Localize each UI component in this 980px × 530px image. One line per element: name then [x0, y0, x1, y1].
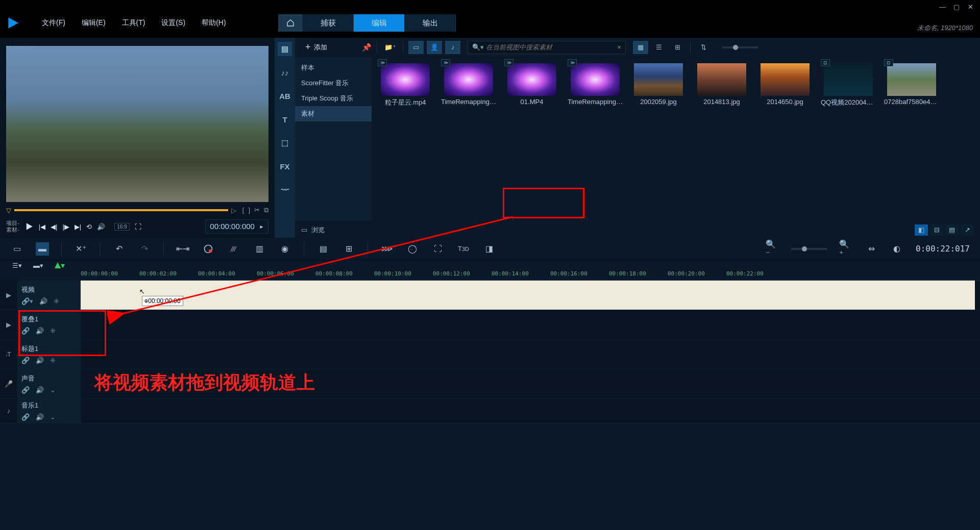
library-item[interactable]: ≫TimeRemapping.vsp: [441, 63, 496, 107]
mute-icon[interactable]: 🔊: [36, 386, 44, 394]
library-item[interactable]: ≫TimeRemapping0...: [568, 63, 623, 107]
media-tab-icon[interactable]: ▤: [278, 42, 292, 56]
tab-output[interactable]: 输出: [405, 14, 456, 32]
mute-icon[interactable]: 🔊: [36, 413, 44, 421]
library-item[interactable]: 2014650.jpg: [757, 63, 813, 107]
go-end-icon[interactable]: ▶|: [75, 223, 81, 231]
title-track[interactable]: ᵢT 标题1 🔗 🔊 ⁜: [0, 340, 980, 369]
link-icon[interactable]: 🔗: [21, 357, 30, 364]
link-icon[interactable]: 🔗: [21, 413, 30, 421]
trim-icon[interactable]: ⇤⇥: [176, 242, 189, 256]
filter-audio-icon[interactable]: ♪: [445, 41, 460, 54]
project-duration-icon[interactable]: ◐: [890, 242, 903, 256]
storyboard-view-icon[interactable]: ▭: [10, 242, 23, 256]
preview-mode-label[interactable]: 项目- 素材-: [6, 220, 19, 233]
clear-search-icon[interactable]: ×: [617, 43, 621, 51]
record-icon[interactable]: [202, 242, 215, 256]
preview-viewport[interactable]: [6, 46, 268, 202]
go-start-icon[interactable]: |◀: [39, 223, 45, 231]
search-input[interactable]: [486, 43, 617, 51]
path-tab-icon[interactable]: 〰: [278, 183, 292, 197]
preview-timecode[interactable]: 00:00:00:000 ▸: [205, 219, 268, 234]
pin-icon[interactable]: 📌: [362, 43, 372, 52]
add-media-button[interactable]: + 添加 📌: [300, 40, 372, 55]
volume-icon[interactable]: 🔊: [97, 223, 105, 231]
link-icon[interactable]: 🔗: [21, 386, 30, 394]
tree-scorefitter[interactable]: ScoreFitter 音乐: [295, 75, 372, 91]
timeline-ruler[interactable]: 00:00:00:0000:00:02:0000:00:04:0000:00:0…: [81, 270, 980, 281]
zoom-out-icon[interactable]: 🔍⁻: [766, 242, 779, 256]
video-track[interactable]: ▶ 视频 🔗▾ 🔊 ⁜ ⊕00:00:00:00 ↖: [0, 281, 980, 310]
mute-icon[interactable]: 🔊: [36, 327, 44, 335]
aspect-ratio-button[interactable]: 16:9: [114, 223, 129, 231]
audio-tab-icon[interactable]: ♪♪: [278, 65, 292, 80]
mixer-icon[interactable]: ⫻: [227, 242, 240, 256]
expand-icon[interactable]: ⌄: [50, 386, 56, 394]
library-grid[interactable]: ≫粒子星云.mp4≫TimeRemapping.vsp≫01.MP4≫TimeR…: [372, 57, 980, 221]
library-item[interactable]: ⊡QQ视频20200419...: [821, 63, 876, 107]
view-thumbnail-icon[interactable]: ▦: [633, 41, 648, 54]
fx-tab-icon[interactable]: FX: [278, 159, 292, 173]
library-item[interactable]: ≫01.MP4: [504, 63, 559, 107]
fullscreen-icon[interactable]: ⛶: [135, 223, 141, 231]
import-folder-icon[interactable]: 📁⁺: [382, 41, 398, 54]
view-grid-icon[interactable]: ⊞: [670, 41, 685, 54]
fx-toggle-icon[interactable]: ⁜: [50, 327, 56, 335]
voice-track[interactable]: 🎤 声音 🔗 🔊 ⌄: [0, 369, 980, 399]
expand-icon[interactable]: ⌄: [50, 413, 56, 421]
thumb-size-slider[interactable]: [722, 46, 758, 48]
mark-out-icon[interactable]: ]: [248, 206, 250, 214]
overlay-tab-icon[interactable]: ⬚: [278, 136, 292, 150]
sort-icon[interactable]: ⇅: [696, 41, 711, 54]
link-icon[interactable]: 🔗▾: [21, 297, 33, 305]
library-item[interactable]: 2002059.jpg: [631, 63, 686, 107]
fx-toggle-icon[interactable]: ⁜: [54, 297, 59, 305]
motion-tracking-icon[interactable]: ⋙: [380, 242, 394, 256]
multi-trim-icon[interactable]: ◉: [278, 242, 291, 256]
close-icon[interactable]: ✕: [968, 3, 976, 11]
video-clip[interactable]: [81, 281, 975, 310]
mark-in-icon[interactable]: [: [242, 206, 244, 214]
menu-file[interactable]: 文件(F): [34, 18, 74, 28]
fx-toggle-icon[interactable]: ⁜: [50, 357, 56, 364]
tree-triplescoop[interactable]: Triple Scoop 音乐: [295, 91, 372, 106]
track-options-icon[interactable]: ☰▾: [10, 259, 23, 272]
panel-popout-icon[interactable]: ↗: [961, 224, 974, 236]
tree-assets[interactable]: 素材: [295, 106, 372, 121]
menu-edit[interactable]: 编辑(E): [74, 18, 114, 28]
timeline-view-icon[interactable]: ▬: [36, 242, 49, 256]
tab-home[interactable]: [278, 14, 303, 32]
tab-capture[interactable]: 捕获: [303, 14, 354, 32]
mute-icon[interactable]: 🔊: [36, 357, 44, 364]
tools-icon[interactable]: ✕⁺: [74, 242, 87, 256]
preview-scrubber[interactable]: ▽ ▷ [ ] ✂ ⧉: [6, 205, 268, 215]
tab-edit[interactable]: 编辑: [354, 14, 405, 32]
tree-sample[interactable]: 样本: [295, 60, 372, 75]
marker-icon[interactable]: ▾: [53, 259, 66, 272]
timeline-zoom-slider[interactable]: [791, 248, 827, 250]
prev-frame-icon[interactable]: ◀|: [51, 223, 57, 231]
audio-options-icon[interactable]: ▥: [253, 242, 266, 256]
split-screen-icon[interactable]: ◨: [482, 242, 496, 256]
chapter-icon[interactable]: ⊞: [342, 242, 355, 256]
link-icon[interactable]: 🔗: [21, 327, 30, 335]
panel-layout-3-icon[interactable]: ▤: [945, 224, 959, 236]
browse-icon[interactable]: ▭: [301, 226, 307, 234]
view-list-icon[interactable]: ☰: [651, 41, 667, 54]
panel-layout-1-icon[interactable]: ◧: [915, 224, 928, 236]
mute-icon[interactable]: 🔊: [39, 297, 47, 305]
library-search[interactable]: 🔍▾ ×: [468, 41, 626, 54]
title-tab-icon[interactable]: T: [278, 112, 292, 127]
fit-project-icon[interactable]: ⇔: [865, 242, 878, 256]
play-button[interactable]: [24, 222, 34, 231]
panel-layout-2-icon[interactable]: ⊟: [930, 224, 943, 236]
zoom-in-icon[interactable]: 🔍⁺: [839, 242, 852, 256]
menu-help[interactable]: 帮助(H): [193, 18, 234, 28]
maximize-icon[interactable]: ▢: [953, 3, 962, 11]
snapshot-icon[interactable]: ⧉: [264, 206, 268, 214]
loop-icon[interactable]: ⟲: [86, 223, 92, 231]
subtitle-icon[interactable]: ▤: [316, 242, 330, 256]
redo-icon[interactable]: ↷: [138, 242, 151, 256]
library-item[interactable]: ≫粒子星云.mp4: [378, 63, 433, 107]
pan-zoom-icon[interactable]: ◯: [406, 242, 419, 256]
